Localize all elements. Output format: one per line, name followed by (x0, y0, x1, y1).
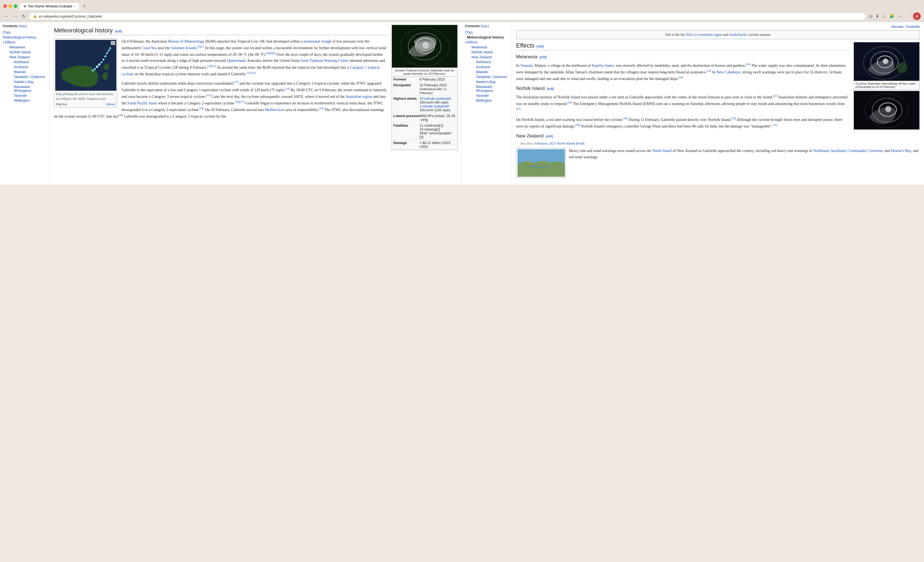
svg-point-15 (92, 70, 93, 72)
north-island-link[interactable]: North Island (652, 149, 672, 153)
sidebar-item-top[interactable]: (Top) (3, 30, 46, 35)
sidebar2-item-norfolk[interactable]: Norfolk Island (470, 50, 509, 55)
hide-button-2[interactable]: [hide] (481, 24, 489, 28)
see-also-link[interactable]: February 2023 North Island floods (534, 141, 585, 145)
south-pacific-link[interactable]: South Pacific basin (128, 101, 157, 105)
australia-link[interactable]: Australia (906, 25, 920, 28)
refresh-button[interactable]: ↻ (21, 13, 27, 20)
sidebar-item-hawkes-bay[interactable]: Hawke's Bay (14, 79, 46, 84)
more-icon[interactable]: ⋯ (897, 13, 903, 19)
map-show-link[interactable]: [show] (106, 102, 115, 106)
sidebar2-item-hawkes-bay[interactable]: Hawke's Bay (476, 79, 509, 84)
sidebar2-item-taranaki[interactable]: Taranaki (476, 93, 509, 98)
new-caledonia-link[interactable]: New Caledonia (716, 70, 740, 74)
sidebar-item-gisborne[interactable]: Tairāwhiti / Gisborne (14, 75, 46, 79)
10min-link[interactable]: 10-minute sustained: (420, 97, 452, 100)
tab-close-button[interactable]: × (74, 5, 76, 8)
wiki-content-frame-1: Severe Tropical Cyclone Gabrielle near i… (50, 22, 462, 185)
second-sat-caption: Cyclone Gabrielle intensifying off the c… (854, 81, 920, 90)
gisborne-link[interactable]: Gisborne (868, 149, 882, 153)
solomon-islands-link[interactable]: Solomon Islands (171, 46, 196, 50)
sidebar-item-met-history[interactable]: Meteorological history (3, 35, 46, 40)
sidebar-toggle[interactable]: ⬜ (904, 13, 911, 19)
sidebar-item-melanesia[interactable]: Melanesia (7, 45, 46, 50)
sidebar-item-nz[interactable]: New Zealand (7, 55, 46, 60)
sidebar-item-waikato[interactable]: Waikato (14, 70, 46, 75)
sidebar2-item-effects[interactable]: Effects (467, 40, 478, 44)
back-button[interactable]: ← (3, 13, 10, 20)
sidebar-item-effects[interactable]: Effects (5, 40, 15, 44)
cat1-link[interactable]: Category 1 tropical cyclone (122, 66, 380, 76)
sidebar-item-taranaki[interactable]: Taranaki (14, 93, 46, 98)
google-icon[interactable]: G (868, 13, 873, 19)
hawkes-bay-text-link[interactable]: Hawke's Bay (891, 149, 911, 153)
sidebar2-item-auckland[interactable]: Auckland (476, 64, 509, 70)
forward-button[interactable]: → (12, 13, 19, 20)
coromandel-link[interactable]: Coromandel (848, 149, 867, 153)
downloads-icon[interactable]: ⬇ (875, 13, 880, 19)
sidebar-item-northland[interactable]: Northland (14, 60, 46, 64)
active-tab[interactable]: W Two Iframe Windows Example × (20, 3, 80, 10)
sat2-svg (854, 42, 920, 81)
svg-point-11 (100, 61, 102, 63)
metservice-link[interactable]: MetService (265, 108, 283, 112)
hide-button[interactable]: [hide] (18, 24, 27, 28)
aus-region-season-link[interactable]: 2022–23 Australian region (686, 33, 722, 37)
sidebar2-item-melanesia[interactable]: Melanesia (470, 45, 509, 50)
contents-label-2: Contents (465, 24, 480, 28)
sidebar-item-wellington[interactable]: Wellington (14, 98, 46, 103)
new-tab-button[interactable]: + (81, 2, 88, 10)
sidebar2-item-waikato[interactable]: Waikato (476, 70, 509, 75)
profile-icon[interactable]: A (913, 12, 921, 20)
contents-label: Contents (3, 24, 18, 28)
sidebar-nz-subsub: Northland Auckland Waikato Tairāwhiti / … (7, 60, 46, 103)
nz-edit[interactable]: [edit] (546, 135, 553, 138)
extensions-icon[interactable]: 🧩 (888, 13, 896, 19)
vanuatu-text-link[interactable]: Vanuatu (520, 63, 532, 67)
frame-1: Contents [hide] (Top) Meteorological his… (0, 22, 462, 185)
infobox-formed: Formed 6 February 2023 (392, 77, 458, 82)
fullscreen-button[interactable] (14, 4, 17, 8)
south-pacific-season-link[interactable]: South Pacific (729, 33, 747, 37)
close-button[interactable] (3, 4, 7, 8)
sidebar2-item-wellington[interactable]: Wellington (476, 98, 509, 103)
northland-text-link[interactable]: Northland (813, 149, 829, 153)
espiritu-santo-link[interactable]: Espiritu Santo (592, 63, 614, 67)
third-satellite-image (854, 91, 920, 129)
wiki-content-frame-2: · Vanuatu · Australia Part of the the 20… (512, 22, 924, 185)
effects-edit[interactable]: [edit] (537, 45, 544, 48)
bookmark-icon[interactable]: ☆ (882, 13, 887, 19)
address-bar[interactable]: 🔒 en.wikipedia.org/wiki/Cyclone_Gabriell… (29, 13, 866, 20)
fatalities-value: 11 confirmed[1] 10 missing[2] 4918 "unco… (420, 124, 456, 139)
melanesia-edit[interactable]: [edit] (540, 55, 547, 59)
bom-link[interactable]: Bureau of Meteorology (168, 39, 204, 43)
sidebar2-item-top[interactable]: (Top) (465, 30, 509, 35)
dissipated-label: Dissipated (393, 83, 420, 95)
sidebar2-item-gisborne[interactable]: Tairāwhiti / Gisborne (476, 75, 509, 79)
infobox-lowest-pressure: Lowest pressure 958 hPa (mbar); 28.29 in… (392, 113, 458, 123)
monsoonal-trough-link[interactable]: monsoonal trough (303, 39, 332, 43)
svg-point-14 (94, 68, 96, 70)
tab-bar: W Two Iframe Windows Example × + (20, 2, 88, 10)
coral-sea-link[interactable]: Coral Sea (142, 46, 157, 50)
sidebar2-item-manawatu[interactable]: Manawatū-Whanganui (476, 84, 509, 93)
sidebar2-item-northland[interactable]: Northland (476, 60, 509, 64)
auckland-text-link[interactable]: Auckland (831, 149, 845, 153)
queensland-link[interactable]: Queensland (227, 58, 245, 63)
melanesia-title: Melanesia (516, 54, 538, 60)
met-history-edit[interactable]: [edit] (115, 29, 122, 33)
sidebar2-item-met-history[interactable]: Meteorological history (465, 35, 509, 40)
aus-region-link[interactable]: Australian region (345, 94, 372, 99)
jtwc-link[interactable]: Joint Typhoon Warning Center (301, 58, 348, 63)
sidebar-item-norfolk[interactable]: Norfolk Island (7, 50, 46, 55)
minimize-button[interactable] (9, 4, 12, 8)
map-expand-button[interactable]: ⤢ (111, 41, 115, 45)
norfolk-edit[interactable]: [edit] (547, 87, 554, 91)
sidebar2-item-nz[interactable]: New Zealand (470, 55, 509, 60)
1min-link[interactable]: 1-minute sustained: (420, 105, 450, 108)
sidebar-item-manawatu[interactable]: Manawatū-Whanganui (14, 84, 46, 93)
vanuatu-link[interactable]: Vanuatu (891, 25, 904, 28)
sidebar-item-auckland[interactable]: Auckland (14, 64, 46, 70)
part-of-box: Part of the the 2022–23 Australian regio… (516, 30, 920, 39)
nz-thumbnail (516, 148, 566, 178)
